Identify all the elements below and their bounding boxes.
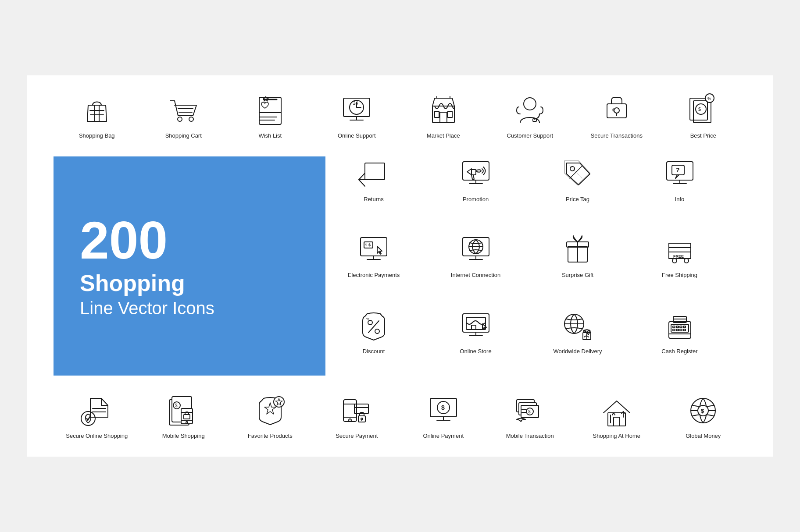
promotion-label: Promotion bbox=[463, 196, 489, 202]
wish-list-label: Wish List bbox=[258, 132, 282, 139]
internet-connection-label: Internet Connection bbox=[451, 272, 500, 278]
discount-icon: % bbox=[356, 309, 391, 344]
svg-text:24: 24 bbox=[353, 101, 358, 106]
best-price-label: Best Price bbox=[690, 132, 716, 139]
svg-point-112 bbox=[349, 419, 351, 422]
svg-rect-76 bbox=[471, 325, 476, 330]
mobile-shopping-label: Mobile Shopping bbox=[162, 433, 205, 439]
icon-free-shipping: FREE Free Shipping bbox=[645, 232, 715, 299]
svg-rect-90 bbox=[680, 329, 682, 331]
svg-rect-19 bbox=[440, 112, 447, 123]
favorite-products-icon bbox=[253, 393, 288, 428]
svg-rect-84 bbox=[673, 326, 675, 328]
customer-support-icon bbox=[512, 93, 547, 128]
banner-title: Shopping bbox=[80, 271, 299, 296]
wish-list-icon bbox=[253, 93, 288, 128]
icon-shopping-cart: Shopping Cart bbox=[148, 93, 218, 139]
secure-payment-icon bbox=[339, 393, 374, 428]
svg-text:$: $ bbox=[365, 243, 367, 247]
blue-banner: 200 Shopping Line Vector Icons bbox=[54, 156, 325, 376]
svg-rect-87 bbox=[683, 326, 686, 328]
svg-rect-91 bbox=[683, 329, 686, 331]
online-payment-label: Online Payment bbox=[423, 433, 464, 439]
svg-rect-44 bbox=[667, 162, 693, 180]
online-support-icon: 24 bbox=[339, 93, 374, 128]
svg-point-24 bbox=[524, 98, 536, 110]
icon-online-store: Online Store bbox=[441, 309, 511, 376]
svg-text:$: $ bbox=[698, 106, 701, 112]
icon-global-money: $ Global Money bbox=[668, 393, 738, 439]
svg-point-5 bbox=[189, 117, 193, 121]
svg-rect-21 bbox=[448, 111, 452, 117]
returns-icon bbox=[356, 156, 391, 192]
online-support-label: Online Support bbox=[338, 132, 376, 139]
svg-text:$: $ bbox=[612, 108, 614, 112]
svg-text:$: $ bbox=[368, 243, 371, 247]
svg-point-64 bbox=[684, 259, 689, 263]
icon-returns: Returns bbox=[339, 156, 409, 223]
banner-subtitle: Line Vector Icons bbox=[80, 298, 299, 318]
info-icon: ? bbox=[662, 156, 697, 192]
icon-mobile-transaction: $ Mobile Transaction bbox=[495, 393, 565, 439]
svg-rect-25 bbox=[533, 119, 536, 121]
icon-cash-register: Cash Register bbox=[645, 309, 715, 376]
mobile-transaction-icon: $ bbox=[512, 393, 547, 428]
svg-point-96 bbox=[81, 411, 95, 426]
icon-promotion: Promotion bbox=[441, 156, 511, 223]
icon-internet-connection: Internet Connection bbox=[441, 232, 511, 299]
svg-rect-36 bbox=[365, 163, 385, 180]
icon-mobile-shopping: $ Mobile Shopping bbox=[148, 393, 218, 439]
icon-best-price: $ % Best Price bbox=[668, 93, 738, 139]
global-money-icon: $ bbox=[686, 393, 721, 428]
discount-label: Discount bbox=[363, 348, 385, 355]
svg-point-69 bbox=[375, 329, 379, 333]
icon-market-place: Market Place bbox=[408, 93, 479, 139]
svg-text:?: ? bbox=[676, 167, 680, 174]
customer-support-label: Customer Support bbox=[507, 132, 554, 139]
online-payment-icon: $ bbox=[426, 393, 461, 428]
svg-rect-85 bbox=[676, 326, 679, 328]
shopping-at-home-label: Shopping At Home bbox=[593, 433, 640, 439]
svg-point-4 bbox=[178, 117, 182, 121]
icon-info: ? Info bbox=[645, 156, 715, 223]
promotion-icon bbox=[458, 156, 493, 192]
icon-customer-support: Customer Support bbox=[495, 93, 565, 139]
icon-price-tag: Price Tag bbox=[543, 156, 613, 223]
price-tag-label: Price Tag bbox=[566, 196, 589, 202]
icon-favorite-products: Favorite Products bbox=[235, 393, 305, 439]
svg-point-27 bbox=[614, 108, 619, 113]
cash-register-icon bbox=[662, 309, 697, 344]
price-tag-icon bbox=[560, 156, 595, 192]
bottom-row: Secure Online Shopping $ Mobile Shoppin bbox=[54, 393, 746, 439]
top-row: Shopping Bag Shopping Cart bbox=[54, 93, 746, 139]
surprise-gift-label: Surprise Gift bbox=[562, 272, 593, 278]
icon-surprise-gift: Surprise Gift bbox=[543, 232, 613, 299]
svg-text:$: $ bbox=[701, 408, 704, 414]
icon-shopping-at-home: Shopping At Home bbox=[582, 393, 652, 439]
svg-rect-20 bbox=[435, 111, 439, 117]
svg-text:$: $ bbox=[175, 403, 178, 408]
svg-rect-89 bbox=[676, 329, 679, 331]
favorite-products-label: Favorite Products bbox=[248, 433, 293, 439]
shopping-bag-label: Shopping Bag bbox=[79, 132, 115, 139]
secure-online-shopping-icon bbox=[79, 393, 114, 428]
returns-label: Returns bbox=[364, 196, 384, 202]
icon-online-support: 24 Online Support bbox=[321, 93, 392, 139]
icon-secure-payment: Secure Payment bbox=[321, 393, 392, 439]
global-money-label: Global Money bbox=[686, 433, 721, 439]
secure-payment-label: Secure Payment bbox=[336, 433, 378, 439]
icon-secure-transactions: $ Secure Transactions bbox=[582, 93, 652, 139]
icon-electronic-payments: $ $ Electronic Payments bbox=[339, 232, 409, 299]
right-grid: Returns Promotion bbox=[325, 156, 746, 376]
svg-text:$: $ bbox=[441, 404, 445, 411]
electronic-payments-icon: $ $ bbox=[356, 232, 391, 267]
worldwide-delivery-label: Worldwide Delivery bbox=[553, 348, 602, 355]
online-store-label: Online Store bbox=[460, 348, 491, 355]
best-price-icon: $ % bbox=[686, 93, 721, 128]
mobile-shopping-icon: $ bbox=[166, 393, 201, 428]
svg-text:FREE: FREE bbox=[673, 254, 684, 259]
free-shipping-icon: FREE bbox=[662, 232, 697, 267]
mobile-transaction-label: Mobile Transaction bbox=[506, 433, 554, 439]
shopping-cart-label: Shopping Cart bbox=[165, 132, 202, 139]
svg-rect-131 bbox=[614, 417, 620, 426]
